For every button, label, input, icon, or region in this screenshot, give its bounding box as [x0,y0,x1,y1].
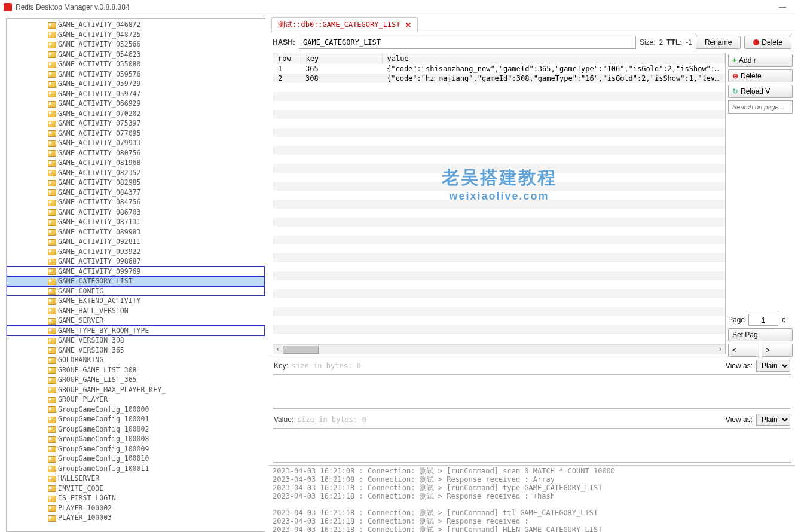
tree-item[interactable]: GAME_ACTIVITY_089983 [7,227,265,237]
tree-item[interactable]: GAME_ACTIVITY_092811 [7,237,265,247]
tree-item[interactable]: GroupGameConfig_100009 [7,444,265,454]
page-next-button[interactable]: > [762,344,793,357]
rename-button[interactable]: Rename [696,36,741,49]
tree-item[interactable]: GAME_ACTIVITY_098687 [7,256,265,267]
tree-item[interactable]: GAME_TYPE_BY_ROOM_TYPE [7,326,265,336]
tree-item[interactable]: GROUP_GAME_LIST_308 [7,365,265,375]
key-viewas-select[interactable]: Plain [756,360,790,372]
tree-item[interactable]: GAME_ACTIVITY_054623 [7,50,265,60]
tree-item-label: GAME_TYPE_BY_ROOM_TYPE [58,326,149,335]
cell-value: {"code":"shisanzhang_new","gameId":365,"… [382,64,725,74]
tree-item[interactable]: IS_FIRST_LOGIN [7,493,265,503]
col-row[interactable]: row [273,53,301,64]
table-row-empty [273,227,725,236]
tree-item[interactable]: GAME_VERSION_308 [7,335,265,346]
key-icon [47,327,56,334]
tree-item[interactable]: GAME_ACTIVITY_086703 [7,207,265,218]
tree-item[interactable]: GAME_ACTIVITY_055080 [7,59,265,69]
table-row-empty [273,325,725,334]
h-scrollbar[interactable]: ‹ › [273,344,725,354]
reload-button[interactable]: ↻Reload V [728,85,793,98]
tree-item[interactable]: GAME_ACTIVITY_087131 [7,217,265,227]
tabbar: 测试::db0::GAME_CATEGORY_LIST ✕ [269,17,795,32]
tree-item[interactable]: HALLSERVER [7,473,265,484]
tree-item[interactable]: GAME_ACTIVITY_052566 [7,39,265,50]
minimize-button[interactable]: — [773,3,791,11]
table-row-empty [273,83,725,92]
key-icon [47,219,56,225]
tree-item[interactable]: GroupGameConfig_100011 [7,464,265,474]
search-input[interactable] [728,100,793,114]
tree-item[interactable]: GAME_ACTIVITY_046872 [7,20,265,30]
titlebar: Redis Desktop Manager v.0.8.8.384 — [0,0,795,14]
delete-row-button[interactable]: ⊖Delete [728,69,793,82]
tree-item[interactable]: GAME_ACTIVITY_059729 [7,79,265,89]
scroll-thumb[interactable] [283,346,319,354]
tree-item[interactable]: GAME_ACTIVITY_059576 [7,69,265,80]
col-key[interactable]: key [301,53,382,64]
tree-item[interactable]: GROUP_GAME_LIST_365 [7,375,265,385]
tree-item[interactable]: GroupGameConfig_100010 [7,454,265,464]
tree-item[interactable]: GOLDRANKING [7,355,265,365]
delete-key-button[interactable]: Delete [744,36,791,49]
page-prev-button[interactable]: < [728,344,759,357]
tree-item[interactable]: GAME_ACTIVITY_099769 [7,267,265,277]
close-icon[interactable]: ✕ [405,21,411,29]
cell-key: 365 [301,64,382,74]
tree-item[interactable]: GAME_ACTIVITY_066929 [7,99,265,109]
tree-item[interactable]: GROUP_GAME_MAX_PLAYER_KEY_ [7,385,265,395]
tree-item[interactable]: GAME_ACTIVITY_079933 [7,138,265,148]
log-line: 2023-04-03 16:21:18 : Connection: 测试 > R… [273,517,791,525]
tree-item[interactable]: GROUP_PLAYER [7,395,265,405]
scroll-left-icon[interactable]: ‹ [273,345,283,354]
tree-item[interactable]: GAME_ACTIVITY_082352 [7,168,265,178]
tree-item[interactable]: GAME_ACTIVITY_048725 [7,30,265,40]
tree-item[interactable]: GAME_CATEGORY_LIST [7,276,265,286]
tree-item[interactable]: GroupGameConfig_100000 [7,405,265,415]
col-value[interactable]: value [382,53,725,64]
value-viewas-select[interactable]: Plain [756,414,790,426]
log-line: 2023-04-03 16:21:08 : Connection: 测试 > R… [273,475,791,484]
tree-item[interactable]: INVITE_CODE [7,484,265,494]
tree-item[interactable]: GAME_ACTIVITY_081968 [7,158,265,168]
tree-item-label: GAME_VERSION_365 [58,346,124,354]
tree-item[interactable]: GAME_ACTIVITY_070202 [7,109,265,119]
page-input[interactable] [748,314,778,326]
tree-item[interactable]: GroupGameConfig_100008 [7,434,265,444]
data-table[interactable]: row key value 1365{"code":"shisanzhang_n… [273,53,725,344]
tree-item[interactable]: GAME_ACTIVITY_093922 [7,247,265,257]
tree-item[interactable]: GAME_HALL_VERSION [7,306,265,316]
table-row-empty [273,280,725,289]
tree-item[interactable]: GAME_SERVER [7,316,265,326]
tree-item[interactable]: GAME_ACTIVITY_077095 [7,129,265,139]
key-name-input[interactable] [299,36,636,49]
tree-item[interactable]: GAME_ACTIVITY_080756 [7,148,265,158]
log-panel[interactable]: 2023-04-03 16:21:08 : Connection: 测试 > [… [269,465,795,532]
tree-item[interactable]: GAME_ACTIVITY_059747 [7,89,265,99]
tree-item[interactable]: GAME_CONFIG [7,286,265,296]
table-row-empty [273,316,725,325]
tree-item[interactable]: GAME_ACTIVITY_075397 [7,118,265,129]
tree-item[interactable]: GroupGameConfig_100001 [7,414,265,424]
tree-item[interactable]: PLAYER_100002 [7,503,265,513]
tree-item[interactable]: GroupGameConfig_100002 [7,424,265,435]
tree-item[interactable]: GAME_ACTIVITY_084377 [7,188,265,198]
key-tree[interactable]: GAME_ACTIVITY_046872GAME_ACTIVITY_048725… [7,19,265,531]
tree-item[interactable]: GAME_ACTIVITY_082985 [7,178,265,188]
scroll-right-icon[interactable]: › [716,345,725,354]
tree-item[interactable]: GAME_ACTIVITY_084756 [7,197,265,207]
table-row[interactable]: 2308{"code":"hz_majiang","gameId":308,"g… [273,74,725,83]
value-textarea[interactable] [273,428,791,463]
table-row-empty [273,307,725,316]
tab-active[interactable]: 测试::db0::GAME_CATEGORY_LIST ✕ [271,17,418,32]
tree-item[interactable]: GAME_VERSION_365 [7,346,265,356]
key-icon [47,386,56,393]
table-row-empty [273,236,725,244]
table-row[interactable]: 1365{"code":"shisanzhang_new","gameId":3… [273,64,725,74]
key-textarea[interactable] [273,374,791,409]
add-row-button[interactable]: +Add r [728,54,793,67]
set-page-button[interactable]: Set Pag [728,328,793,341]
tree-item-label: GAME_VERSION_308 [58,336,124,344]
tree-item[interactable]: PLAYER_100003 [7,513,265,523]
tree-item[interactable]: GAME_EXTEND_ACTIVITY [7,296,265,306]
